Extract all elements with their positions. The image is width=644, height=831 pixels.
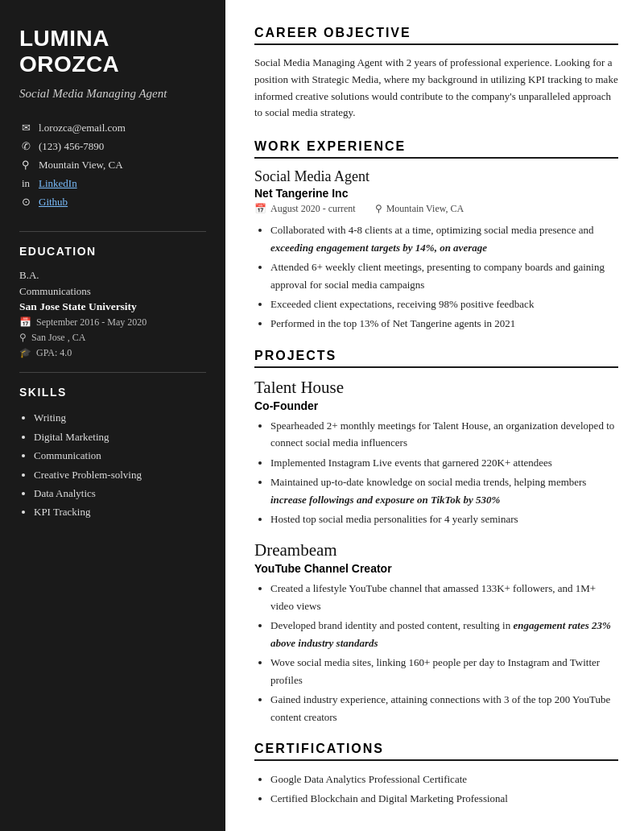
list-item: Hosted top social media personalities fo…: [270, 511, 618, 527]
work-experience-title: WORK EXPERIENCE: [254, 139, 618, 159]
contact-email: ✉ l.orozca@email.com: [19, 122, 206, 134]
list-item: Certified Blockchain and Digital Marketi…: [270, 790, 618, 807]
edu-field: Communications: [19, 283, 206, 300]
main-content: CAREER OBJECTIVE Social Media Managing A…: [225, 0, 644, 831]
list-item: Digital Marketing: [34, 428, 206, 446]
edu-school: San Jose State University: [19, 300, 206, 313]
contact-section: ✉ l.orozca@email.com ✆ (123) 456-7890 ⚲ …: [19, 122, 206, 209]
education-section: EDUCATION B.A. Communications San Jose S…: [19, 245, 206, 359]
location-icon: ⚲: [375, 203, 382, 215]
certifications-list: Google Data Analytics Professional Certi…: [254, 771, 618, 808]
certifications-section: CERTIFICATIONS Google Data Analytics Pro…: [254, 742, 618, 808]
contact-phone: ✆ (123) 456-7890: [19, 140, 206, 153]
project-name: Talent House: [254, 378, 618, 398]
list-item: KPI Tracking: [34, 502, 206, 521]
location-icon: ⚲: [19, 159, 32, 172]
education-title: EDUCATION: [19, 245, 206, 258]
company-name: Net Tangerine Inc: [254, 187, 618, 200]
list-item: Attended 6+ weekly client meetings, pres…: [270, 258, 618, 293]
project-entry: Dreambeam YouTube Channel Creator Create…: [254, 540, 618, 726]
email-icon: ✉: [19, 122, 32, 134]
project-role: Co-Founder: [254, 399, 618, 412]
github-icon: ⊙: [19, 196, 32, 209]
list-item: Gained industry experience, attaining co…: [270, 691, 618, 726]
contact-linkedin[interactable]: in LinkedIn: [19, 177, 206, 190]
project-role: YouTube Channel Creator: [254, 562, 618, 575]
project-entry: Talent House Co-Founder Spearheaded 2+ m…: [254, 378, 618, 528]
job-location: ⚲ Mountain View, CA: [375, 203, 464, 215]
contact-location: ⚲ Mountain View, CA: [19, 159, 206, 172]
contact-github[interactable]: ⊙ Github: [19, 196, 206, 209]
list-item: Collaborated with 4-8 clients at a time,…: [270, 221, 618, 256]
project-name: Dreambeam: [254, 540, 618, 560]
list-item: Spearheaded 2+ monthly meetings for Tale…: [270, 417, 618, 452]
job-dates: 📅 August 2020 - current: [254, 203, 356, 215]
list-item: Google Data Analytics Professional Certi…: [270, 771, 618, 788]
list-item: Wove social media sites, linking 160+ pe…: [270, 654, 618, 688]
skills-list: Writing Digital Marketing Communication …: [19, 408, 206, 521]
list-item: Data Analytics: [34, 484, 206, 502]
job-entry: Social Media Agent Net Tangerine Inc 📅 A…: [254, 168, 618, 333]
job-bullets: Collaborated with 4-8 clients at a time,…: [254, 221, 618, 333]
candidate-name: LUMINA OROZCA: [19, 26, 206, 77]
project-bullets: Created a lifestyle YouTube channel that…: [254, 580, 618, 726]
career-objective-title: CAREER OBJECTIVE: [254, 26, 618, 45]
list-item: Exceeded client expectations, receiving …: [270, 296, 618, 312]
career-objective-text: Social Media Managing Agent with 2 years…: [254, 55, 618, 122]
career-objective-section: CAREER OBJECTIVE Social Media Managing A…: [254, 26, 618, 122]
location-edu-icon: ⚲: [19, 332, 27, 344]
linkedin-icon: in: [19, 177, 32, 190]
edu-degree: B.A.: [19, 267, 206, 283]
list-item: Performed in the top 13% of Net Tangerin…: [270, 315, 618, 332]
certifications-title: CERTIFICATIONS: [254, 742, 618, 761]
work-experience-section: WORK EXPERIENCE Social Media Agent Net T…: [254, 139, 618, 333]
gpa-icon: 🎓: [19, 347, 31, 359]
projects-title: PROJECTS: [254, 349, 618, 368]
list-item: Writing: [34, 408, 206, 427]
list-item: Implemented Instagram Live events that g…: [270, 454, 618, 471]
list-item: Maintained up-to-date knowledge on socia…: [270, 473, 618, 508]
list-item: Creative Problem-solving: [34, 465, 206, 484]
calendar-icon: 📅: [254, 203, 266, 215]
skills-section: SKILLS Writing Digital Marketing Communi…: [19, 386, 206, 521]
job-title: Social Media Agent: [254, 168, 618, 185]
sidebar: LUMINA OROZCA Social Media Managing Agen…: [0, 0, 225, 831]
phone-icon: ✆: [19, 140, 32, 153]
list-item: Created a lifestyle YouTube channel that…: [270, 580, 618, 614]
list-item: Communication: [34, 446, 206, 465]
project-bullets: Spearheaded 2+ monthly meetings for Tale…: [254, 417, 618, 528]
edu-dates: 📅 September 2016 - May 2020: [19, 316, 206, 329]
list-item: Developed brand identity and posted cont…: [270, 617, 618, 651]
job-meta: 📅 August 2020 - current ⚲ Mountain View,…: [254, 203, 618, 215]
calendar-icon: 📅: [19, 316, 31, 329]
edu-gpa: 🎓 GPA: 4.0: [19, 347, 206, 359]
candidate-title: Social Media Managing Agent: [19, 85, 206, 102]
edu-city: ⚲ San Jose , CA: [19, 332, 206, 344]
skills-title: SKILLS: [19, 386, 206, 399]
projects-section: PROJECTS Talent House Co-Founder Spearhe…: [254, 349, 618, 726]
